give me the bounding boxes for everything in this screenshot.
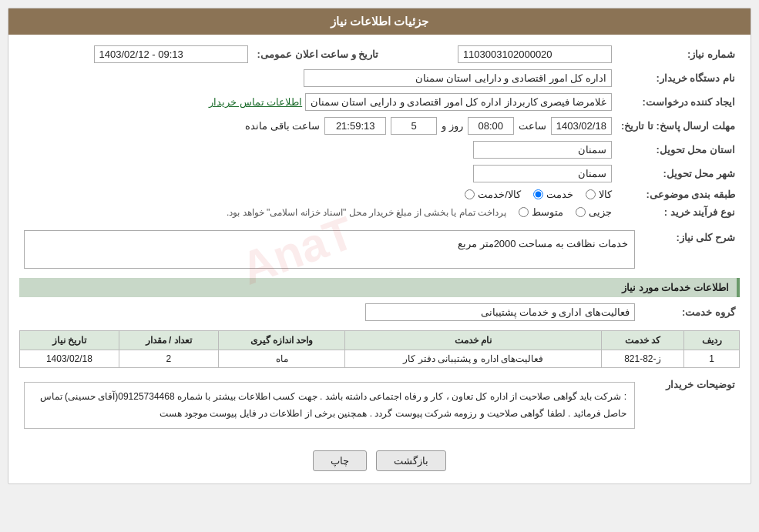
creator-label: ایجاد کننده درخواست: <box>616 90 740 114</box>
category-kala-khedmat-item[interactable]: کالا/خدمت <box>465 189 521 200</box>
deadline-date: 1403/02/18 <box>551 117 612 135</box>
row-service-group: گروه خدمت: فعالیت‌های اداری و خدمات پشتی… <box>19 300 740 324</box>
contact-link[interactable]: اطلاعات تماس خریدار <box>209 96 302 108</box>
deadline-time: 08:00 <box>468 117 514 135</box>
deadline-value-cell: 1403/02/18 ساعت 08:00 روز و 5 21:59:13 س… <box>19 114 616 138</box>
col-header-qty: تعداد / مقدار <box>119 331 218 350</box>
services-section-header: اطلاعات خدمات مورد نیاز <box>19 278 740 297</box>
row-category: طبقه بندی موضوعی: کالا خدمت <box>19 186 740 203</box>
buyer-notes-table: توضیحات خریدار : شرکت باید گواهی صلاحیت … <box>19 374 740 437</box>
announcement-date-value-cell: 1403/02/12 - 09:13 <box>19 42 253 66</box>
deadline-label: مهلت ارسال پاسخ: تا تاریخ: <box>616 114 740 138</box>
table-cell-2: فعالیت‌های اداره و پشتیبانی دفتر کار <box>345 350 601 368</box>
service-group-label: گروه خدمت: <box>640 300 740 324</box>
table-cell-4: 2 <box>119 350 218 368</box>
services-table: ردیف کد خدمت نام خدمت واحد اندازه گیری ت… <box>19 330 740 368</box>
service-group-table: گروه خدمت: فعالیت‌های اداری و خدمات پشتی… <box>19 300 740 324</box>
category-kala-item[interactable]: کالا <box>586 189 612 200</box>
buyer-org-label: نام دستگاه خریدار: <box>616 66 740 90</box>
purchase-type-cell: جزیی متوسط پرداخت تمام یا بخشی از مبلغ خ… <box>19 203 616 221</box>
row-need-number: شماره نیاز: 1103003102000020 تاریخ و ساع… <box>19 42 740 66</box>
buyer-notes-value: : شرکت باید گواهی صلاحیت از اداره کل تعا… <box>24 382 635 429</box>
buyer-org-value: اداره کل امور اقتصادی و دارایی استان سمن… <box>304 69 612 87</box>
deadline-days: 5 <box>391 117 437 135</box>
purchase-jozi-label: جزیی <box>589 206 612 218</box>
province-value-cell: سمنان <box>19 138 616 162</box>
need-number-value: 1103003102000020 <box>458 45 612 63</box>
province-value: سمنان <box>473 141 612 159</box>
category-value-cell: کالا خدمت کالا/خدمت <box>19 186 616 203</box>
deadline-remaining-label: ساعت باقی مانده <box>245 120 320 132</box>
category-kala-khedmat-radio[interactable] <box>465 189 475 199</box>
page-header: جزئیات اطلاعات نیاز <box>8 8 751 35</box>
row-buyer-notes: توضیحات خریدار : شرکت باید گواهی صلاحیت … <box>19 374 740 437</box>
creator-value-cell: غلامرضا فیصری کاربرداز اداره کل امور اقت… <box>19 90 616 114</box>
page-title: جزئیات اطلاعات نیاز <box>331 15 428 28</box>
purchase-mota-radio[interactable] <box>519 207 529 217</box>
description-table: شرح کلی نیاز: خدمات نظافت به مساحت 2000م… <box>19 227 740 272</box>
table-cell-5: 1403/02/18 <box>20 350 119 368</box>
city-value: سمنان <box>473 165 612 182</box>
print-button[interactable]: چاپ <box>313 450 367 471</box>
city-label: شهر محل تحویل: <box>616 162 740 186</box>
button-row: بازگشت چاپ <box>19 443 740 476</box>
category-label: طبقه بندی موضوعی: <box>616 186 740 203</box>
row-purchase-type: نوع فرآیند خرید : جزیی متوسط پرداخت <box>19 203 740 221</box>
category-kala-radio[interactable] <box>586 189 596 199</box>
category-khedmat-label: خدمت <box>546 189 573 200</box>
city-value-cell: سمنان <box>19 162 616 186</box>
buyer-org-value-cell: اداره کل امور اقتصادی و دارایی استان سمن… <box>19 66 616 90</box>
table-row: 1ز-82-821فعالیت‌های اداره و پشتیبانی دفت… <box>20 350 740 368</box>
purchase-type-note: پرداخت تمام یا بخشی از مبلغ خریدار محل "… <box>227 207 506 218</box>
col-header-date: تاریخ نیاز <box>20 331 119 350</box>
deadline-time-label: ساعت <box>519 120 546 132</box>
row-province: استان محل تحویل: سمنان <box>19 138 740 162</box>
need-number-value-cell: 1103003102000020 <box>383 42 616 66</box>
category-kala-khedmat-label: کالا/خدمت <box>478 189 521 200</box>
service-group-value-cell: فعالیت‌های اداری و خدمات پشتیبانی <box>19 300 640 324</box>
category-khedmat-item[interactable]: خدمت <box>533 189 573 200</box>
buyer-notes-label: توضیحات خریدار <box>640 374 740 437</box>
announcement-date-label: تاریخ و ساعت اعلان عمومی: <box>253 42 384 66</box>
col-header-name: نام خدمت <box>345 331 601 350</box>
need-description-label: شرح کلی نیاز: <box>640 227 740 272</box>
table-cell-0: 1 <box>684 350 740 368</box>
need-description-value: خدمات نظافت به مساحت 2000متر مربع <box>24 230 635 269</box>
table-cell-3: ماه <box>218 350 345 368</box>
col-header-code: کد خدمت <box>601 331 684 350</box>
table-cell-1: ز-82-821 <box>601 350 684 368</box>
row-city: شهر محل تحویل: سمنان <box>19 162 740 186</box>
service-group-value: فعالیت‌های اداری و خدمات پشتیبانی <box>365 303 635 321</box>
purchase-jozi-item[interactable]: جزیی <box>576 206 612 218</box>
province-label: استان محل تحویل: <box>616 138 740 162</box>
purchase-mota-label: متوسط <box>532 206 563 218</box>
row-creator: ایجاد کننده درخواست: غلامرضا فیصری کاربر… <box>19 90 740 114</box>
buyer-notes-value-cell: : شرکت باید گواهی صلاحیت از اداره کل تعا… <box>19 374 640 437</box>
deadline-remaining: 21:59:13 <box>324 117 386 135</box>
deadline-day-label: روز و <box>442 120 463 132</box>
purchase-jozi-radio[interactable] <box>576 207 586 217</box>
creator-value: غلامرضا فیصری کاربرداز اداره کل امور اقت… <box>305 93 612 111</box>
announcement-date-value: 1403/02/12 - 09:13 <box>94 45 248 63</box>
category-kala-label: کالا <box>599 189 612 200</box>
services-table-header-row: ردیف کد خدمت نام خدمت واحد اندازه گیری ت… <box>20 331 740 350</box>
col-header-unit: واحد اندازه گیری <box>218 331 345 350</box>
top-info-table: شماره نیاز: 1103003102000020 تاریخ و ساع… <box>19 42 740 221</box>
col-header-row: ردیف <box>684 331 740 350</box>
category-khedmat-radio[interactable] <box>533 189 543 199</box>
need-number-label: شماره نیاز: <box>616 42 740 66</box>
purchase-type-label: نوع فرآیند خرید : <box>616 203 740 221</box>
purchase-mota-item[interactable]: متوسط <box>519 206 563 218</box>
need-description-value-cell: خدمات نظافت به مساحت 2000متر مربع <box>19 227 640 272</box>
back-button[interactable]: بازگشت <box>376 450 446 471</box>
row-buyer-org: نام دستگاه خریدار: اداره کل امور اقتصادی… <box>19 66 740 90</box>
row-deadline: مهلت ارسال پاسخ: تا تاریخ: 1403/02/18 سا… <box>19 114 740 138</box>
row-description: شرح کلی نیاز: خدمات نظافت به مساحت 2000م… <box>19 227 740 272</box>
